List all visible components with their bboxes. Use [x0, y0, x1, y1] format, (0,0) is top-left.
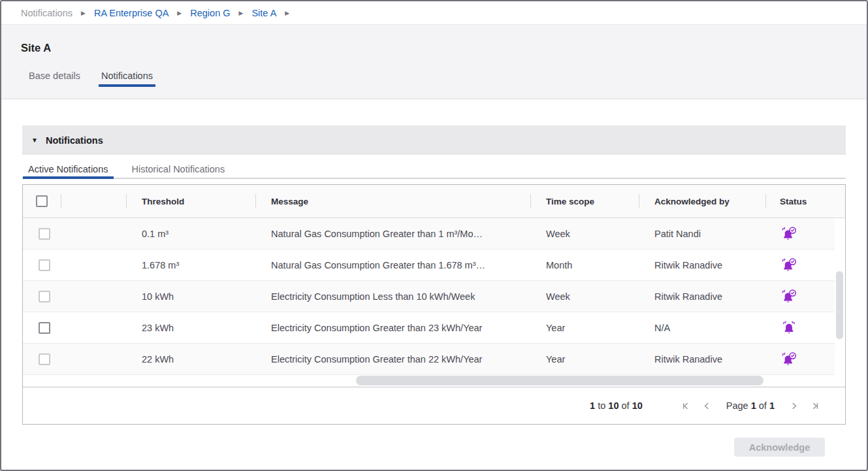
acknowledged-by-value: Ritwik Ranadive — [639, 354, 765, 365]
last-page-icon — [809, 400, 820, 412]
first-page-icon — [681, 400, 692, 412]
range-end: 10 — [608, 400, 619, 411]
status-cell — [765, 227, 835, 241]
table-row[interactable]: 23 kWh Electricity Consumption Greater t… — [23, 312, 835, 344]
row-select-cell — [23, 353, 61, 365]
horizontal-scrollbar-thumb[interactable] — [356, 376, 764, 385]
range-start: 1 — [590, 400, 595, 411]
content-area: ▼ Notifications Active Notifications His… — [1, 99, 867, 457]
breadcrumb: Notifications ▶ RA Enterprise QA ▶ Regio… — [1, 1, 867, 25]
notifications-table: Threshold Message Time scope Acknowledge… — [22, 184, 846, 425]
status-cell — [765, 289, 835, 304]
status-cell — [765, 258, 835, 272]
tab-historical-notifications[interactable]: Historical Notifications — [127, 158, 231, 179]
chevron-right-icon: ▶ — [285, 10, 289, 16]
time-scope-value: Year — [530, 323, 639, 333]
header-time-scope: Time scope — [530, 197, 639, 206]
acknowledged-by-value: Ritwik Ranadive — [639, 260, 765, 270]
range-of-label: of — [622, 400, 630, 411]
table-row[interactable]: 0.1 m³ Natural Gas Consumption Greater t… — [23, 218, 835, 250]
breadcrumb-site-a[interactable]: Site A — [251, 8, 276, 18]
row-checkbox[interactable] — [39, 228, 50, 240]
time-scope-value: Month — [530, 260, 639, 270]
bell-acknowledged-icon — [781, 352, 797, 366]
previous-page-button[interactable] — [700, 398, 715, 413]
chevron-right-icon: ▶ — [177, 10, 182, 16]
breadcrumb-region-g[interactable]: Region G — [190, 8, 230, 18]
page-total: 1 — [769, 400, 775, 411]
chevron-right-icon: ▶ — [81, 10, 86, 16]
tab-active-notifications[interactable]: Active Notifications — [23, 158, 114, 179]
page-current: 1 — [751, 400, 756, 411]
row-checkbox[interactable] — [39, 259, 50, 271]
page-header: Site A Base details Notifications — [1, 25, 867, 99]
tab-base-details[interactable]: Base details — [26, 65, 83, 87]
table-scroll-area: Threshold Message Time scope Acknowledge… — [23, 185, 845, 387]
pagination-range: 1 to 10 of 10 — [590, 400, 643, 411]
page-label: Page — [726, 400, 748, 411]
message-value: Electricity Consumption Greater than 22 … — [255, 354, 530, 365]
message-value: Natural Gas Consumption Greater than 1.6… — [255, 260, 530, 270]
acknowledged-by-value: Patit Nandi — [639, 229, 765, 239]
notifications-section-header[interactable]: ▼ Notifications — [22, 125, 846, 155]
table-row[interactable]: 22 kWh Electricity Consumption Greater t… — [23, 344, 835, 375]
bell-ringing-icon — [781, 321, 797, 335]
bell-acknowledged-icon — [781, 289, 797, 304]
row-select-cell — [23, 322, 61, 334]
page-indicator: Page 1 of 1 — [721, 400, 780, 411]
table-body: 0.1 m³ Natural Gas Consumption Greater t… — [23, 218, 845, 375]
message-value: Electricity Consumption Greater than 23 … — [255, 323, 530, 333]
message-value: Natural Gas Consumption Greater than 1 m… — [255, 229, 530, 239]
section-title: Notifications — [46, 135, 103, 146]
vertical-scrollbar-thumb[interactable] — [836, 271, 843, 339]
acknowledge-button[interactable]: Acknowledge — [734, 438, 825, 457]
pagination-bar: 1 to 10 of 10 — [23, 387, 845, 424]
status-cell — [765, 321, 835, 335]
row-checkbox[interactable] — [39, 291, 50, 302]
select-all-checkbox[interactable] — [36, 195, 48, 207]
last-page-button[interactable] — [807, 398, 822, 413]
range-to-label: to — [598, 400, 605, 411]
row-select-cell — [23, 291, 61, 302]
acknowledged-by-value: Ritwik Ranadive — [639, 291, 765, 302]
threshold-value: 1.678 m³ — [126, 260, 255, 270]
tab-notifications[interactable]: Notifications — [99, 65, 155, 87]
page-tabs: Base details Notifications — [1, 65, 867, 87]
acknowledged-by-value: N/A — [639, 323, 765, 333]
header-threshold: Threshold — [126, 197, 255, 206]
threshold-value: 10 kWh — [126, 291, 255, 302]
bell-acknowledged-icon — [781, 258, 797, 272]
chevron-right-icon — [788, 400, 799, 412]
range-total: 10 — [632, 400, 643, 411]
threshold-value: 22 kWh — [126, 354, 255, 365]
breadcrumb-ra-enterprise-qa[interactable]: RA Enterprise QA — [94, 8, 169, 18]
time-scope-value: Year — [530, 354, 639, 365]
page-title: Site A — [1, 25, 867, 54]
row-checkbox[interactable] — [39, 322, 50, 334]
status-cell — [765, 352, 835, 366]
time-scope-value: Week — [530, 229, 639, 239]
row-select-cell — [23, 259, 61, 271]
bell-acknowledged-icon — [781, 227, 797, 241]
threshold-value: 23 kWh — [126, 323, 255, 333]
row-select-cell — [23, 228, 61, 240]
table-header-row: Threshold Message Time scope Acknowledge… — [23, 185, 845, 218]
action-footer: Acknowledge — [22, 425, 846, 457]
header-message: Message — [255, 197, 530, 206]
header-acknowledged-by: Acknowledged by — [639, 197, 765, 206]
first-page-button[interactable] — [679, 398, 694, 413]
chevron-right-icon: ▶ — [239, 10, 244, 16]
collapse-caret-icon: ▼ — [31, 137, 38, 144]
notification-tabs: Active Notifications Historical Notifica… — [22, 158, 846, 179]
app-window: Notifications ▶ RA Enterprise QA ▶ Regio… — [0, 0, 868, 471]
breadcrumb-notifications: Notifications — [21, 8, 72, 18]
header-status: Status — [765, 197, 835, 206]
next-page-button[interactable] — [786, 398, 801, 413]
page-of-label: of — [759, 400, 767, 411]
table-row[interactable]: 1.678 m³ Natural Gas Consumption Greater… — [23, 250, 835, 281]
table-row[interactable]: 10 kWh Electricity Consumption Less than… — [23, 281, 835, 312]
threshold-value: 0.1 m³ — [126, 229, 255, 239]
row-checkbox[interactable] — [39, 353, 50, 365]
message-value: Electricity Consumption Less than 10 kWh… — [255, 291, 530, 302]
time-scope-value: Week — [530, 291, 639, 302]
